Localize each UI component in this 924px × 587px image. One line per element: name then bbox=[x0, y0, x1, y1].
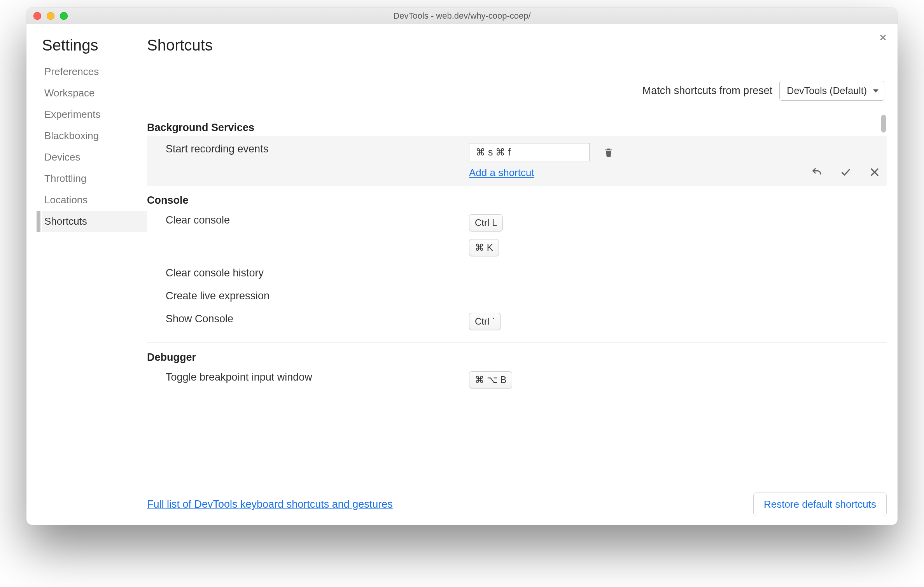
shortcut-row[interactable]: Show Console Ctrl ` bbox=[147, 307, 887, 335]
sidebar-item-shortcuts[interactable]: Shortcuts bbox=[42, 211, 147, 232]
restore-defaults-button[interactable]: Restore default shortcuts bbox=[753, 493, 887, 516]
sidebar-item-devices[interactable]: Devices bbox=[42, 147, 147, 168]
shortcut-label: Clear console bbox=[166, 214, 469, 226]
shortcut-label: Create live expression bbox=[166, 290, 469, 302]
shortcuts-footer: Full list of DevTools keyboard shortcuts… bbox=[26, 490, 898, 525]
shortcut-row-editing: Start recording events ⌘ s ⌘ f Add a sho… bbox=[147, 136, 887, 186]
shortcut-row[interactable]: Clear console Ctrl L ⌘ K bbox=[147, 209, 887, 262]
section-debugger: Debugger bbox=[147, 343, 887, 366]
close-panel-icon[interactable]: × bbox=[879, 31, 887, 44]
shortcut-label: Start recording events bbox=[166, 143, 469, 155]
shortcut-label: Clear console history bbox=[166, 267, 469, 279]
sidebar-item-locations[interactable]: Locations bbox=[42, 189, 147, 211]
window-title: DevTools - web.dev/why-coop-coep/ bbox=[26, 11, 898, 21]
sidebar-item-workspace[interactable]: Workspace bbox=[42, 82, 147, 104]
shortcut-row[interactable]: Toggle breakpoint input window ⌘ ⌥ B bbox=[147, 366, 887, 394]
add-shortcut-link[interactable]: Add a shortcut bbox=[469, 167, 534, 179]
full-list-link[interactable]: Full list of DevTools keyboard shortcuts… bbox=[147, 498, 393, 510]
sidebar-heading: Settings bbox=[42, 37, 147, 54]
scrollbar-thumb[interactable] bbox=[881, 115, 886, 133]
traffic-lights bbox=[26, 12, 68, 20]
sidebar-item-blackboxing[interactable]: Blackboxing bbox=[42, 125, 147, 147]
window-minimize-dot[interactable] bbox=[47, 12, 54, 20]
preset-label: Match shortcuts from preset bbox=[642, 85, 773, 97]
shortcut-row[interactable]: Clear console history bbox=[147, 262, 887, 285]
window-titlebar: DevTools - web.dev/why-coop-coep/ bbox=[26, 8, 898, 24]
settings-sidebar: Settings Preferences Workspace Experimen… bbox=[42, 37, 147, 490]
key-chip: Ctrl ` bbox=[469, 313, 501, 330]
shortcut-label: Show Console bbox=[166, 313, 469, 325]
undo-icon[interactable] bbox=[810, 166, 824, 179]
devtools-window: DevTools - web.dev/why-coop-coep/ × Sett… bbox=[26, 8, 898, 525]
key-chip: ⌘ ⌥ B bbox=[469, 371, 512, 388]
section-background-services: Background Services bbox=[147, 113, 887, 136]
cancel-icon[interactable] bbox=[868, 166, 881, 179]
section-console: Console bbox=[147, 186, 887, 209]
window-zoom-dot[interactable] bbox=[60, 12, 68, 20]
sidebar-item-experiments[interactable]: Experiments bbox=[42, 104, 147, 125]
preset-value: DevTools (Default) bbox=[787, 85, 867, 96]
delete-shortcut-icon[interactable] bbox=[604, 147, 614, 158]
preset-select[interactable]: DevTools (Default) bbox=[779, 81, 884, 101]
settings-main: Shortcuts Match shortcuts from preset De… bbox=[147, 37, 898, 490]
shortcut-row[interactable]: Create live expression bbox=[147, 285, 887, 307]
window-close-dot[interactable] bbox=[33, 12, 41, 20]
sidebar-item-throttling[interactable]: Throttling bbox=[42, 168, 147, 189]
shortcuts-scroll-area: Background Services Start recording even… bbox=[147, 113, 887, 490]
shortcut-label: Toggle breakpoint input window bbox=[166, 371, 469, 383]
confirm-icon[interactable] bbox=[839, 166, 852, 179]
key-chip: Ctrl L bbox=[469, 214, 503, 231]
key-chip: ⌘ K bbox=[469, 239, 499, 256]
page-title: Shortcuts bbox=[147, 37, 887, 62]
shortcut-key-input[interactable]: ⌘ s ⌘ f bbox=[469, 143, 590, 161]
sidebar-item-preferences[interactable]: Preferences bbox=[42, 61, 147, 82]
